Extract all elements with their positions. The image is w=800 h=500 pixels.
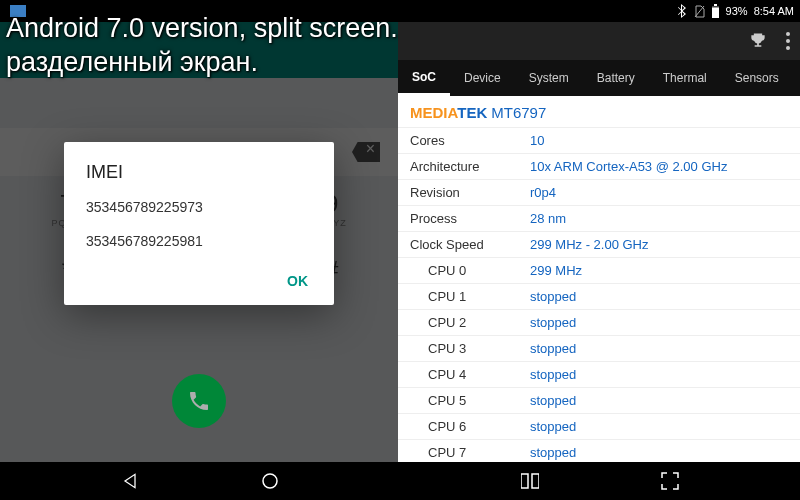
nav-splitscreen-icon[interactable] <box>521 473 539 489</box>
cpu-row: CPU 4stopped <box>398 361 800 387</box>
battery-percent: 93% <box>726 5 748 17</box>
tab-battery[interactable]: Battery <box>583 60 649 96</box>
nav-back-icon[interactable] <box>120 471 140 491</box>
ok-button[interactable]: OK <box>86 267 312 295</box>
soc-title: MEDIATEKMT6797 <box>398 96 800 127</box>
svg-point-6 <box>786 46 790 50</box>
nav-home-icon[interactable] <box>260 471 280 491</box>
svg-rect-1 <box>712 6 719 18</box>
menu-icon[interactable] <box>786 32 790 50</box>
svg-point-5 <box>786 39 790 43</box>
trophy-icon[interactable] <box>748 31 768 51</box>
soc-row: Architecture10x ARM Cortex-A53 @ 2.00 GH… <box>398 153 800 179</box>
soc-panel[interactable]: MEDIATEKMT6797 Cores10Architecture10x AR… <box>398 96 800 462</box>
svg-rect-8 <box>521 474 528 488</box>
tab-soc[interactable]: SoC <box>398 60 450 96</box>
cpu-row: CPU 0299 MHz <box>398 257 800 283</box>
dialog-title: IMEI <box>86 162 312 183</box>
nav-expand-icon[interactable] <box>661 472 679 490</box>
cpu-row: CPU 1stopped <box>398 283 800 309</box>
svg-rect-9 <box>532 474 539 488</box>
tab-system[interactable]: System <box>515 60 583 96</box>
svg-point-4 <box>786 32 790 36</box>
cpu-row: CPU 5stopped <box>398 387 800 413</box>
recent-app-icon <box>10 5 26 17</box>
right-pane-cpuz: SoCDeviceSystemBatteryThermalSensors MED… <box>398 22 800 462</box>
tab-thermal[interactable]: Thermal <box>649 60 721 96</box>
imei-dialog: IMEI 353456789225973 353456789225981 OK <box>64 142 334 305</box>
tab-device[interactable]: Device <box>450 60 515 96</box>
soc-row: Cores10 <box>398 127 800 153</box>
svg-rect-3 <box>712 6 719 8</box>
imei-1: 353456789225973 <box>86 199 312 215</box>
cpu-row: CPU 2stopped <box>398 309 800 335</box>
cpuz-toolbar <box>398 22 800 60</box>
tab-bar: SoCDeviceSystemBatteryThermalSensors <box>398 60 800 96</box>
nav-bar <box>0 462 800 500</box>
battery-icon <box>711 4 720 18</box>
soc-row: Revisionr0p4 <box>398 179 800 205</box>
imei-2: 353456789225981 <box>86 233 312 249</box>
tab-sensors[interactable]: Sensors <box>721 60 793 96</box>
soc-row: Clock Speed299 MHz - 2.00 GHz <box>398 231 800 257</box>
status-bar: 93% 8:54 AM <box>0 0 800 22</box>
svg-point-7 <box>263 474 277 488</box>
clock: 8:54 AM <box>754 5 794 17</box>
cpu-row: CPU 3stopped <box>398 335 800 361</box>
bluetooth-icon <box>678 4 688 18</box>
cpu-row: CPU 6stopped <box>398 413 800 439</box>
cpu-row: CPU 7stopped <box>398 439 800 462</box>
soc-row: Process28 nm <box>398 205 800 231</box>
svg-rect-2 <box>714 4 717 6</box>
no-sim-icon <box>694 5 705 18</box>
left-pane-dialer: 7PQRS8TUV9WXYZ*0+# IMEI 353456789225973 … <box>0 22 398 462</box>
